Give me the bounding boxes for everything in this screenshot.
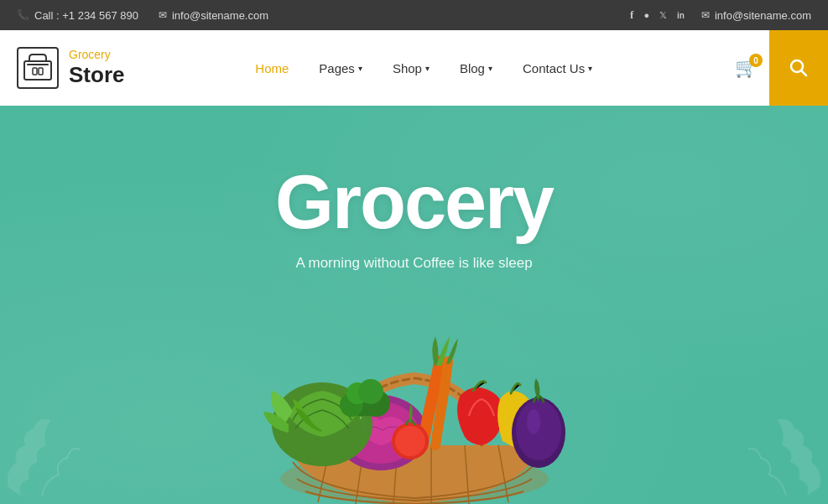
social-icons: f ● 𝕏 in: [630, 8, 685, 22]
nav-home[interactable]: Home: [243, 55, 300, 82]
svg-rect-26: [362, 416, 367, 433]
search-button[interactable]: [769, 30, 828, 106]
email-address-right: info@sitename.com: [715, 9, 811, 22]
blog-chevron: ▾: [488, 64, 492, 73]
svg-rect-3: [27, 64, 49, 65]
svg-line-5: [802, 71, 807, 76]
top-bar-right: f ● 𝕏 in ✉ info@sitename.com: [630, 8, 811, 22]
svg-rect-2: [39, 68, 43, 75]
logo[interactable]: Grocery Store: [17, 47, 124, 89]
search-icon: [789, 59, 808, 77]
logo-text: Grocery Store: [69, 48, 124, 88]
splash-left: [0, 403, 101, 504]
shop-chevron: ▾: [425, 64, 430, 73]
svg-point-20: [395, 426, 425, 456]
logo-icon: [17, 47, 59, 89]
email-info-left: ✉ info@sitename.com: [159, 9, 268, 22]
site-header: Grocery Store Home Pages ▾ Shop ▾ Blog ▾…: [0, 30, 828, 106]
facebook-icon[interactable]: f: [630, 8, 633, 22]
youtube-icon[interactable]: ●: [643, 10, 649, 20]
mail-icon-left: ✉: [159, 9, 167, 21]
svg-point-17: [516, 400, 561, 460]
hero-subtitle: A morning without Coffee is like sleep: [295, 255, 532, 272]
phone-icon: 📞: [17, 9, 29, 21]
mail-icon-right: ✉: [701, 9, 710, 21]
logo-top-text: Grocery: [69, 48, 124, 62]
phone-number: Call : +1 234 567 890: [34, 9, 138, 22]
nav-contact[interactable]: Contact Us ▾: [511, 55, 604, 82]
logo-bottom-text: Store: [69, 62, 124, 88]
email-address-left: info@sitename.com: [172, 9, 268, 22]
cart-button[interactable]: 🛒 0: [723, 50, 769, 86]
cart-badge: 0: [749, 54, 763, 67]
phone-info: 📞 Call : +1 234 567 890: [17, 9, 138, 22]
svg-point-25: [358, 379, 383, 404]
hero-illustration: [121, 278, 708, 504]
twitter-icon[interactable]: 𝕏: [659, 10, 667, 21]
nav-pages[interactable]: Pages ▾: [307, 55, 374, 82]
pages-chevron: ▾: [358, 64, 362, 73]
header-actions: 🛒 0: [723, 30, 803, 106]
linkedin-icon[interactable]: in: [677, 11, 685, 20]
email-info-right: ✉ info@sitename.com: [701, 9, 811, 22]
nav-shop[interactable]: Shop ▾: [381, 55, 441, 82]
nav-blog[interactable]: Blog ▾: [448, 55, 504, 82]
main-nav: Home Pages ▾ Shop ▾ Blog ▾ Contact Us ▾: [243, 55, 604, 82]
svg-rect-1: [33, 68, 37, 75]
top-bar: 📞 Call : +1 234 567 890 ✉ info@sitename.…: [0, 0, 828, 30]
top-bar-left: 📞 Call : +1 234 567 890 ✉ info@sitename.…: [17, 9, 268, 22]
splash-right: [727, 403, 828, 504]
basket-svg: [121, 278, 708, 504]
svg-point-18: [527, 409, 540, 434]
hero-section: Grocery A morning without Coffee is like…: [0, 106, 828, 504]
contact-chevron: ▾: [588, 64, 592, 73]
hero-title: Grocery: [275, 164, 553, 240]
